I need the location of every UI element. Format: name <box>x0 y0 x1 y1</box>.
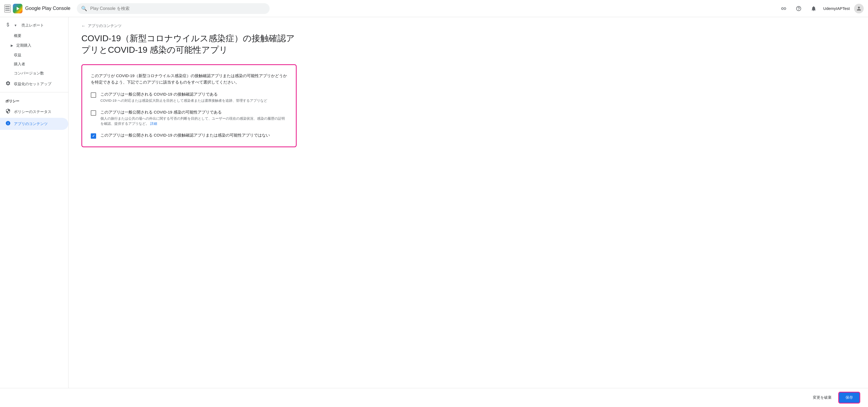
checkbox-item-3: ✓ このアプリは一般公開される COVID-19 の接触確認アプリまたは感染の可… <box>91 133 287 139</box>
sales-expand-icon: ▼ <box>14 24 17 27</box>
breadcrumb-arrow: ← <box>82 24 86 28</box>
logo-icon <box>13 4 23 13</box>
checkbox-label-3: このアプリは一般公開される COVID-19 の接触確認アプリまたは感染の可能性… <box>100 133 287 138</box>
sidebar-item-overview[interactable]: 概要 <box>0 31 68 40</box>
checkbox-desc-1: COVID-19 への対応または感染拡大防止を目的として感染者または濃厚接触者を… <box>100 98 287 103</box>
notification-icon[interactable] <box>808 3 819 14</box>
overview-label: 概要 <box>14 33 22 38</box>
avatar[interactable] <box>854 4 864 13</box>
sidebar-item-sales-report[interactable]: ▼ 売上レポート <box>0 19 68 31</box>
sidebar-item-monetization[interactable]: 収益化のセットアップ <box>0 78 68 90</box>
checkbox-checkmark-3: ✓ <box>92 134 95 138</box>
header-actions: UdemyIAPTest <box>778 3 864 14</box>
menu-icon[interactable]: ☰ <box>4 5 11 12</box>
header-logo: Google Play Console <box>13 4 70 13</box>
checkbox-content-3: このアプリは一般公開される COVID-19 の接触確認アプリまたは感染の可能性… <box>100 133 287 139</box>
sidebar-item-subscription[interactable]: ▶ 定期購入 <box>0 40 68 51</box>
app-content-icon <box>5 121 11 127</box>
save-button[interactable]: 保存 <box>839 393 860 403</box>
sidebar-item-revenue[interactable]: 収益 <box>0 51 68 60</box>
subscription-expand-icon: ▶ <box>11 44 13 48</box>
sidebar: ▼ 売上レポート 概要 ▶ 定期購入 収益 購入者 コンバージョン数 <box>0 17 68 407</box>
checkbox-item-1: このアプリは一般公開される COVID-19 の接触確認アプリである COVID… <box>91 92 287 103</box>
username: UdemyIAPTest <box>823 6 850 11</box>
sidebar-label-sales-report: 売上レポート <box>22 23 44 28</box>
app-container: ☰ Google Play Console 🔍 UdemyIAPTest <box>0 0 868 407</box>
checkbox-2[interactable] <box>91 110 96 116</box>
page-title: COVID-19（新型コロナウイルス感染症）の接触確認アプリとCOVID-19 … <box>82 33 297 56</box>
header: ☰ Google Play Console 🔍 UdemyIAPTest <box>0 0 868 17</box>
sidebar-item-buyers[interactable]: 購入者 <box>0 60 68 69</box>
search-bar: 🔍 <box>77 3 270 14</box>
card-description: このアプリが COVID-19（新型コロナウイルス感染症）の接触確認アプリまたは… <box>91 72 287 86</box>
footer: 変更を破棄 保存 <box>0 388 868 407</box>
sales-report-icon <box>5 22 11 29</box>
breadcrumb-label: アプリのコンテンツ <box>88 24 122 28</box>
sidebar-section-policy: ポリシー <box>0 95 68 106</box>
checkbox-item-2: このアプリは一般公開される COVID-19 感染の可能性アプリである 個人の旅… <box>91 110 287 126</box>
checkbox-1[interactable] <box>91 92 96 98</box>
sidebar-label-policy-status: ポリシーのステータス <box>14 109 52 114</box>
sidebar-item-app-content[interactable]: アプリのコンテンツ <box>0 118 68 130</box>
body: ▼ 売上レポート 概要 ▶ 定期購入 収益 購入者 コンバージョン数 <box>0 17 868 407</box>
checkbox-desc-text-2: 個人の旅行または公共の場への外出に関する可否の判断を目的として、ユーザーの現在の… <box>100 117 285 126</box>
conversions-label: コンバージョン数 <box>14 71 44 75</box>
sidebar-item-conversions[interactable]: コンバージョン数 <box>0 69 68 78</box>
checkbox-label-2: このアプリは一般公開される COVID-19 感染の可能性アプリである <box>100 110 287 115</box>
content-card: このアプリが COVID-19（新型コロナウイルス感染症）の接触確認アプリまたは… <box>82 64 297 147</box>
sidebar-divider <box>0 92 68 92</box>
sidebar-label-monetization: 収益化のセットアップ <box>14 82 52 87</box>
checkbox-detail-link[interactable]: 詳細 <box>150 122 157 126</box>
policy-status-icon <box>5 108 11 115</box>
sidebar-label-app-content: アプリのコンテンツ <box>14 122 48 126</box>
checkbox-content-1: このアプリは一般公開される COVID-19 の接触確認アプリである COVID… <box>100 92 287 103</box>
checkbox-desc-2: 個人の旅行または公共の場への外出に関する可否の判断を目的として、ユーザーの現在の… <box>100 116 287 126</box>
logo-text: Google Play Console <box>25 6 70 11</box>
revenue-label: 収益 <box>14 53 22 57</box>
search-icon: 🔍 <box>81 6 87 11</box>
sidebar-item-policy-status[interactable]: ポリシーのステータス <box>0 106 68 118</box>
buyers-label: 購入者 <box>14 62 25 66</box>
sidebar-label-subscription: 定期購入 <box>16 43 31 48</box>
help-icon[interactable] <box>793 3 804 14</box>
checkbox-content-2: このアプリは一般公開される COVID-19 感染の可能性アプリである 個人の旅… <box>100 110 287 126</box>
search-input[interactable] <box>90 6 265 11</box>
link-icon[interactable] <box>778 3 789 14</box>
breadcrumb[interactable]: ← アプリのコンテンツ <box>82 24 297 28</box>
main-inner: ← アプリのコンテンツ COVID-19（新型コロナウイルス感染症）の接触確認ア… <box>68 17 310 162</box>
discard-button[interactable]: 変更を破棄 <box>810 393 835 402</box>
monetization-icon <box>5 81 11 87</box>
main-content: ← アプリのコンテンツ COVID-19（新型コロナウイルス感染症）の接触確認ア… <box>68 17 868 407</box>
checkbox-3[interactable]: ✓ <box>91 133 96 139</box>
checkbox-label-1: このアプリは一般公開される COVID-19 の接触確認アプリである <box>100 92 287 97</box>
